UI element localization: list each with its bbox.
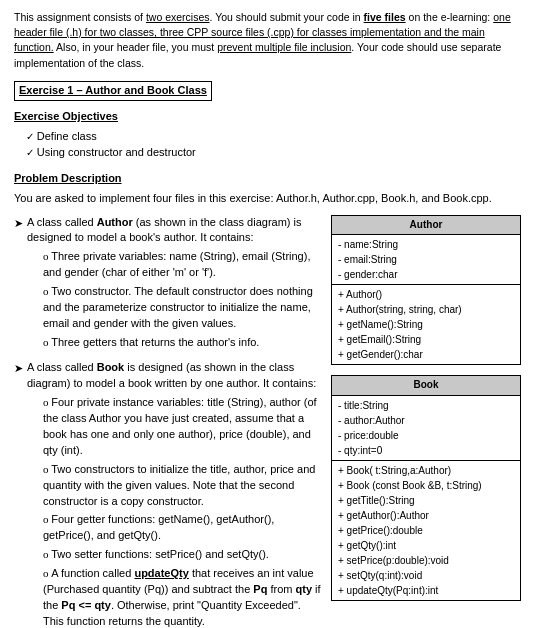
book-methods: + Book( t:String,a:Author) + Book (const… <box>332 461 520 600</box>
book-method-1: + Book( t:String,a:Author) <box>338 463 514 478</box>
book-class-diagram: Book - title:String - author:Author - pr… <box>331 375 521 601</box>
book-method-6: + getQty():int <box>338 538 514 553</box>
objective-item: Using constructor and destructor <box>26 145 521 161</box>
objectives-section: Exercise Objectives Define class Using c… <box>14 109 521 161</box>
author-method-5: + getGender():char <box>338 347 514 362</box>
author-attr-3: - gender:char <box>338 267 514 282</box>
problem-desc-section: Problem Description You are asked to imp… <box>14 171 521 207</box>
author-point-3: Three getters that returns the author's … <box>43 335 323 351</box>
book-intro: A class called Book is designed (as show… <box>27 361 316 389</box>
right-column: Author - name:String - email:String - ge… <box>331 215 521 629</box>
author-attributes: - name:String - email:String - gender:ch… <box>332 235 520 285</box>
book-attr-2: - author:Author <box>338 413 514 428</box>
exercise1-header: Exercise 1 – Author and Book Class <box>14 81 212 101</box>
objectives-list: Define class Using constructor and destr… <box>14 129 521 161</box>
book-method-8: + setQty(q:int):void <box>338 568 514 583</box>
left-column: ➤ A class called Author (as shown in the… <box>14 215 331 629</box>
objectives-header: Exercise Objectives <box>14 109 521 125</box>
book-point-2: Two constructors to initialize the title… <box>43 462 323 510</box>
arrow-icon: ➤ <box>14 216 23 232</box>
author-intro: A class called Author (as shown in the c… <box>27 216 301 244</box>
author-class-title: Author <box>332 216 520 236</box>
book-section: ➤ A class called Book is designed (as sh… <box>14 360 323 628</box>
author-method-2: + Author(string, string, char) <box>338 302 514 317</box>
objective-item: Define class <box>26 129 521 145</box>
book-point-1: Four private instance variables: title (… <box>43 395 323 459</box>
author-section: ➤ A class called Author (as shown in the… <box>14 215 323 355</box>
intro-paragraph: This assignment consists of two exercise… <box>14 10 521 71</box>
author-attr-1: - name:String <box>338 237 514 252</box>
author-methods: + Author() + Author(string, string, char… <box>332 285 520 364</box>
book-points: Four private instance variables: title (… <box>27 395 323 628</box>
author-attr-2: - email:String <box>338 252 514 267</box>
author-point-1: Three private variables: name (String), … <box>43 249 323 281</box>
book-attributes: - title:String - author:Author - price:d… <box>332 396 520 461</box>
book-point-5: A function called updateQty that receive… <box>43 566 323 628</box>
author-method-4: + getEmail():String <box>338 332 514 347</box>
book-content: A class called Book is designed (as show… <box>27 360 323 628</box>
main-content: ➤ A class called Author (as shown in the… <box>14 215 521 629</box>
author-class-diagram: Author - name:String - email:String - ge… <box>331 215 521 366</box>
problem-header: Problem Description <box>14 171 521 187</box>
problem-text: You are asked to implement four files in… <box>14 191 521 207</box>
book-point-4: Two setter functions: setPrice() and set… <box>43 547 323 563</box>
book-point-3: Four getter functions: getName(), getAut… <box>43 512 323 544</box>
book-method-5: + getPrice():double <box>338 523 514 538</box>
author-method-3: + getName():String <box>338 317 514 332</box>
book-attr-3: - price:double <box>338 428 514 443</box>
author-content: A class called Author (as shown in the c… <box>27 215 323 355</box>
book-class-title: Book <box>332 376 520 396</box>
author-method-1: + Author() <box>338 287 514 302</box>
book-method-7: + setPrice(p:double):void <box>338 553 514 568</box>
book-attr-1: - title:String <box>338 398 514 413</box>
arrow-icon-2: ➤ <box>14 361 23 377</box>
author-point-2: Two constructor. The default constructor… <box>43 284 323 332</box>
book-method-9: + updateQty(Pq:int):int <box>338 583 514 598</box>
book-method-2: + Book (const Book &B, t:String) <box>338 478 514 493</box>
exercises-link: two exercises <box>146 11 210 23</box>
author-points: Three private variables: name (String), … <box>27 249 323 351</box>
book-method-3: + getTitle():String <box>338 493 514 508</box>
book-method-4: + getAuthor():Author <box>338 508 514 523</box>
prevent-link: prevent multiple file inclusion <box>217 41 351 53</box>
five-files-link: five files <box>364 11 406 23</box>
book-attr-4: - qty:int=0 <box>338 443 514 458</box>
